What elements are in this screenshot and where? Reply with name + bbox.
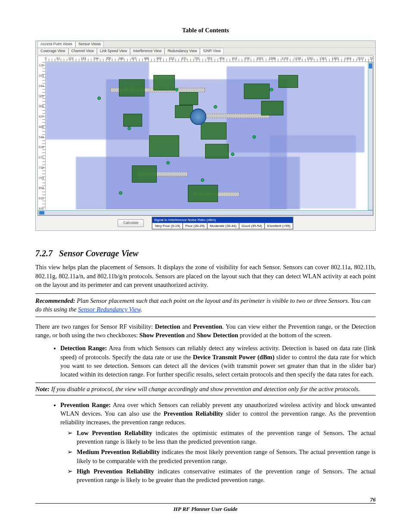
legend-poor: Poor (20-29)	[183, 223, 207, 229]
tab-access-point-views[interactable]: Access Point Views	[37, 41, 75, 47]
medium-reliability-label: Medium Prevention Reliability	[77, 448, 160, 455]
prevention-range-label: Prevention Range:	[60, 401, 111, 408]
detection-list: Detection Range: Area from which Sensors…	[35, 344, 376, 379]
map-canvas[interactable]	[46, 62, 367, 209]
ruler-v-tick: 122	[39, 63, 44, 68]
ruler-h-tick: 1159	[282, 56, 289, 61]
sub-low-reliability: Low Prevention Reliability indicates the…	[77, 429, 376, 446]
ruler-h-tick: 1098	[269, 56, 276, 61]
ruler-h-tick: 1220	[294, 56, 301, 61]
ruler-h-tick: 610	[169, 56, 174, 61]
recommended-callout: Recommended: Plan Sensor placement such …	[35, 293, 376, 317]
section-heading: 7.2.7 Sensor Coverage View	[35, 247, 376, 259]
legend-very-poor: Very Poor (0-19)	[152, 223, 183, 229]
page-footer: 76 HP RF Planner User Guide	[35, 503, 376, 513]
ruler-v-tick: 549	[39, 135, 44, 140]
ruler-h-tick: 1525	[370, 56, 374, 61]
high-reliability-label: High Prevention Reliability	[77, 468, 154, 475]
p2-and: and	[180, 323, 193, 330]
p2-and2: and	[184, 332, 196, 339]
ruler-h-tick: 183	[81, 56, 86, 61]
ruler-h-tick: 1342	[319, 56, 326, 61]
ruler-h-tick: 1527	[357, 56, 364, 61]
ruler-h-tick: 244	[93, 56, 99, 61]
footer-doc-title: HP RF Planner User Guide	[35, 505, 376, 513]
prevention-list: Prevention Range: Area over which Sensor…	[35, 401, 376, 485]
ruler-v-tick: 915	[39, 196, 44, 201]
ruler-h-tick: 61	[56, 56, 60, 61]
legend-excellent: Excellent (>55)	[265, 223, 293, 229]
ruler-h-tick: 915	[232, 56, 237, 61]
recommended-body-b: .	[140, 306, 142, 313]
inner-tabs: Coverage View Channel View Link Speed Vi…	[36, 48, 375, 55]
ruler-h-tick: 366	[119, 56, 124, 61]
scrollbar-horizontal[interactable]	[38, 210, 373, 215]
tab-sinr-view[interactable]: SINR View	[200, 48, 224, 54]
ruler-v-tick: 671	[39, 156, 44, 160]
sensor-redundancy-view-link[interactable]: Sensor Redundancy View	[78, 306, 140, 313]
ruler-h-tick: 0	[45, 56, 47, 61]
ruler-h-tick: 305	[106, 56, 111, 61]
term-prevention: Prevention	[193, 323, 222, 330]
detection-range-label: Detection Range:	[60, 345, 107, 352]
tab-channel-view[interactable]: Channel View	[68, 48, 97, 54]
legend-title: Signal to Interference Noise Ratio (dBm)	[152, 217, 293, 223]
page-number: 76	[370, 496, 376, 504]
map-bottom-bar: Calculate Signal to Interference Noise R…	[37, 218, 374, 229]
term-detection: Detection	[155, 323, 180, 330]
recommended-lead: Recommended:	[35, 297, 75, 304]
ruler-h-tick: 793	[207, 56, 212, 61]
legend-moderate: Moderate (30-44)	[207, 223, 239, 229]
scrollbar-vertical[interactable]	[368, 62, 373, 210]
tab-coverage-view[interactable]: Coverage View	[37, 48, 68, 54]
calculate-button[interactable]: Calculate	[118, 219, 144, 227]
ruler-h-tick: 1403	[332, 56, 339, 61]
ruler-h-tick: 1037	[256, 56, 263, 61]
bullet-prevention-range: Prevention Range: Area over which Sensor…	[60, 401, 376, 485]
tab-interference-view[interactable]: Interference View	[130, 48, 165, 54]
tab-link-speed-view[interactable]: Link Speed View	[97, 48, 130, 54]
ruler-h-tick: 671	[182, 56, 187, 61]
sub-medium-reliability: Medium Prevention Reliability indicates …	[77, 448, 376, 465]
para-intro: This view helps plan the placement of Se…	[35, 263, 376, 289]
app-window: Access Point Views Sensor Views Coverage…	[35, 40, 376, 231]
ruler-h-tick: 427	[131, 56, 137, 61]
ruler-h-tick: 976	[245, 56, 250, 61]
ruler-horizontal: 0611221832443053664274885496106717327938…	[46, 56, 373, 62]
p2-c: provided at the bottom of the screen.	[238, 332, 332, 339]
term-device-transmit-power: Device Transmit Power (dBm)	[193, 354, 274, 361]
section-title: Sensor Coverage View	[59, 249, 138, 258]
ruler-h-tick: 549	[156, 56, 162, 61]
low-reliability-label: Low Prevention Reliability	[77, 429, 152, 436]
ruler-v-tick: 732	[39, 166, 44, 170]
sub-high-reliability: High Prevention Reliability indicates co…	[77, 467, 376, 485]
section-number: 7.2.7	[35, 249, 53, 258]
ruler-v-tick: 427	[39, 115, 44, 119]
ruler-v-tick: 854	[39, 186, 44, 190]
term-show-detection: Show Detection	[197, 332, 238, 339]
ruler-v-tick: 793	[39, 176, 44, 180]
outer-tabs: Access Point Views Sensor Views	[36, 41, 375, 48]
ruler-vertical: 1221832443053664274885496106717327938549…	[38, 62, 46, 209]
ruler-h-tick: 732	[194, 56, 199, 61]
reliability-sublist: Low Prevention Reliability indicates the…	[60, 429, 376, 485]
ruler-h-tick: 122	[68, 56, 74, 61]
ruler-h-tick: 1464	[345, 56, 352, 61]
tab-redundancy-view[interactable]: Redundancy View	[165, 48, 200, 54]
bullet-detection-range: Detection Range: Area from which Sensors…	[60, 344, 376, 379]
note-body: If you disable a protocol, the view will…	[50, 386, 360, 392]
tab-sensor-views[interactable]: Sensor Views	[75, 41, 104, 47]
ruler-h-tick: 1281	[307, 56, 314, 61]
ruler-v-tick: 366	[39, 104, 44, 109]
p2-a: There are two ranges for Sensor RF visib…	[35, 323, 155, 330]
note-callout: Note: If you disable a protocol, the vie…	[35, 383, 376, 395]
note-lead: Note:	[35, 386, 50, 392]
toc-header: Table of Contents	[35, 26, 376, 34]
legend-good: Good (45-54)	[239, 223, 265, 229]
term-show-prevention: Show Prevention	[140, 332, 185, 339]
ruler-h-tick: 488	[144, 56, 149, 61]
ruler-v-tick: 183	[39, 74, 44, 78]
ruler-v-tick: 488	[39, 125, 44, 129]
term-prevention-reliability: Prevention Reliability	[164, 410, 223, 417]
para-ranges: There are two ranges for Sensor RF visib…	[35, 322, 376, 340]
